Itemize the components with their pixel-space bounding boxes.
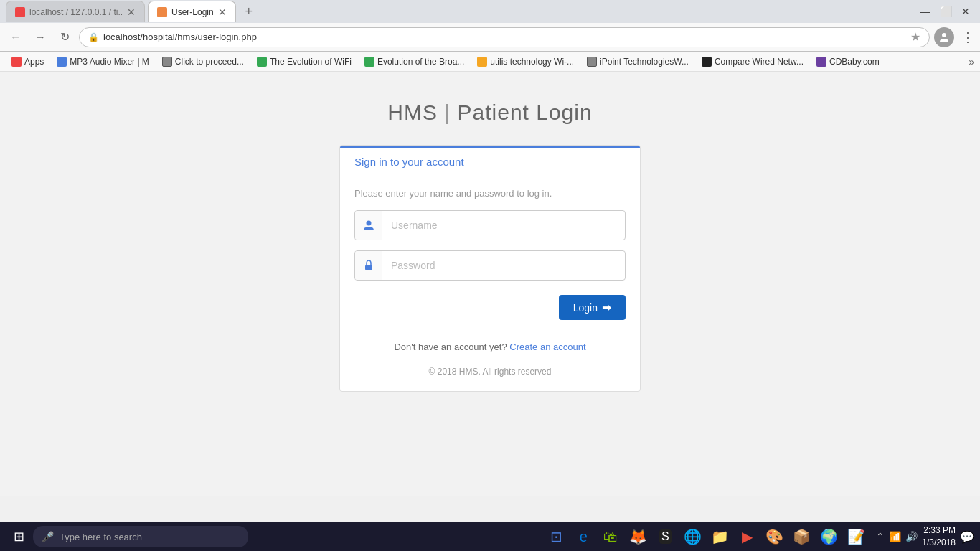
bookmark-star-icon[interactable]: ★ xyxy=(910,30,920,44)
new-tab-button[interactable]: + xyxy=(239,1,259,22)
taskbar-search[interactable]: 🎤 Type here to search xyxy=(33,526,248,547)
window-controls: — ⬜ ✕ xyxy=(917,3,974,20)
tab1-title: localhost / 127.0.0.1 / ti... xyxy=(29,7,123,17)
browser-chrome: localhost / 127.0.0.1 / ti... ✕ User-Log… xyxy=(0,0,980,72)
browser-tab-2[interactable]: User-Login ✕ xyxy=(148,1,236,22)
url-bar[interactable]: 🔒 localhost/hospital/hms/user-login.php … xyxy=(79,27,930,47)
title-bar: localhost / 127.0.0.1 / ti... ✕ User-Log… xyxy=(0,0,980,23)
bookmark-cdbaby-label: CDBaby.com xyxy=(829,57,880,67)
bookmark-ipoint[interactable]: iPoint TechnologiesW... xyxy=(581,54,694,70)
taskbar-edge[interactable]: e xyxy=(570,524,596,550)
volume-icon[interactable]: 🔊 xyxy=(905,531,918,542)
login-arrow-icon: ➡ xyxy=(602,301,611,314)
taskbar: ⊞ 🎤 Type here to search ⊡ e 🛍 🦊 S 🌐 📁 ▶ … xyxy=(0,522,980,551)
minimize-button[interactable]: — xyxy=(917,3,934,20)
orange-app-icon: 📦 xyxy=(793,528,811,545)
bookmark-mp3[interactable]: MP3 Audio Mixer | M xyxy=(51,54,154,70)
clock-time: 2:33 PM xyxy=(922,524,956,537)
bookmark-apps[interactable]: Apps xyxy=(6,54,50,70)
bookmark-ipoint-favicon xyxy=(587,57,597,67)
profile-icon[interactable] xyxy=(934,27,954,47)
bookmarks-bar: Apps MP3 Audio Mixer | M Click to procee… xyxy=(0,52,980,72)
bookmark-ipoint-label: iPoint TechnologiesW... xyxy=(600,57,689,67)
footer-content: © 2018 HMS. All rights reserved xyxy=(429,367,552,377)
refresh-button[interactable]: ↻ xyxy=(55,27,75,47)
forward-button[interactable]: → xyxy=(30,27,50,47)
network-icon[interactable]: 📶 xyxy=(889,531,901,542)
notification-icon[interactable]: 💬 xyxy=(960,530,974,544)
colorful-app-icon: 🎨 xyxy=(765,528,783,545)
page-title: HMS | Patient Login xyxy=(387,100,592,125)
close-button[interactable]: ✕ xyxy=(957,3,974,20)
start-button[interactable]: ⊞ xyxy=(6,524,32,550)
store-icon: 🛍 xyxy=(603,529,618,545)
taskbar-task-view[interactable]: ⊡ xyxy=(543,524,569,550)
bookmark-utilis[interactable]: utilis technology Wi-... xyxy=(471,54,580,70)
bookmark-compare-favicon xyxy=(702,57,712,67)
bookmark-cdbaby[interactable]: CDBaby.com xyxy=(811,54,885,70)
tab2-close[interactable]: ✕ xyxy=(218,6,227,18)
bookmark-apps-favicon xyxy=(11,57,22,67)
taskbar-search-placeholder: Type here to search xyxy=(60,532,142,542)
bookmark-compare-label: Compare Wired Netw... xyxy=(715,57,804,67)
username-input[interactable] xyxy=(382,211,625,240)
browser-menu-icon[interactable]: ⋮ xyxy=(961,29,974,45)
chrome-icon: 🌐 xyxy=(684,528,702,545)
show-hidden-icon[interactable]: ⌃ xyxy=(876,531,885,542)
globe-icon: 🌍 xyxy=(820,528,838,545)
username-input-group xyxy=(354,210,626,240)
bookmark-cdbaby-favicon xyxy=(816,57,826,67)
login-actions: Login ➡ xyxy=(354,291,626,320)
bookmark-wifi1-favicon xyxy=(257,57,267,67)
bookmarks-more-icon[interactable]: » xyxy=(969,56,974,67)
tab1-close[interactable]: ✕ xyxy=(127,6,136,18)
page-content: HMS | Patient Login Sign in to your acco… xyxy=(0,72,980,496)
search-microphone-icon: 🎤 xyxy=(42,531,54,542)
password-input[interactable] xyxy=(382,251,625,280)
taskbar-file-explorer[interactable]: 📁 xyxy=(707,524,732,550)
lock-input-icon xyxy=(355,251,382,280)
bookmark-evol[interactable]: Evolution of the Broa... xyxy=(359,54,470,70)
sign-in-label: Sign in to your account xyxy=(354,156,464,168)
browser-tab-1[interactable]: localhost / 127.0.0.1 / ti... ✕ xyxy=(6,1,145,22)
bookmark-compare[interactable]: Compare Wired Netw... xyxy=(696,54,809,70)
notes-icon: 📝 xyxy=(847,528,865,545)
url-text: localhost/hospital/hms/user-login.php xyxy=(103,32,906,42)
superhuman-icon: S xyxy=(659,529,672,544)
taskbar-notes[interactable]: 📝 xyxy=(843,524,869,550)
address-bar: ← → ↻ 🔒 localhost/hospital/hms/user-logi… xyxy=(0,23,980,52)
bookmark-evol-favicon xyxy=(364,57,374,67)
bookmark-click-label: Click to proceed... xyxy=(175,57,244,67)
bookmark-mp3-favicon xyxy=(57,57,67,67)
taskbar-store[interactable]: 🛍 xyxy=(598,524,623,550)
system-tray: ⌃ 📶 🔊 2:33 PM 1/3/2018 💬 xyxy=(876,524,974,549)
bookmark-click[interactable]: Click to proceed... xyxy=(156,54,250,70)
taskbar-media[interactable]: ▶ xyxy=(734,524,760,550)
taskbar-superhuman[interactable]: S xyxy=(652,524,678,550)
taskbar-globe[interactable]: 🌍 xyxy=(816,524,842,550)
bookmark-apps-label: Apps xyxy=(24,57,44,67)
media-player-icon: ▶ xyxy=(742,528,753,545)
taskbar-colorful[interactable]: 🎨 xyxy=(761,524,787,550)
login-header: Sign in to your account xyxy=(340,146,640,176)
login-button-label: Login xyxy=(573,302,598,314)
firefox-icon: 🦊 xyxy=(629,528,647,545)
create-account-link[interactable]: Create an account xyxy=(509,342,585,352)
back-button[interactable]: ← xyxy=(6,27,26,47)
footer-text: © 2018 HMS. All rights reserved xyxy=(340,367,640,377)
login-button[interactable]: Login ➡ xyxy=(559,295,626,320)
bookmark-utilis-label: utilis technology Wi-... xyxy=(490,57,574,67)
maximize-button[interactable]: ⬜ xyxy=(937,3,954,20)
tab1-favicon xyxy=(15,7,25,17)
create-account-row: Don't have an account yet? Create an acc… xyxy=(340,331,640,352)
taskbar-orange-app[interactable]: 📦 xyxy=(788,524,814,550)
tab2-favicon xyxy=(157,7,167,17)
bookmark-mp3-label: MP3 Audio Mixer | M xyxy=(70,57,149,67)
bookmark-wifi1-label: The Evolution of WiFi xyxy=(270,57,352,67)
bookmark-utilis-favicon xyxy=(477,57,487,67)
svg-point-0 xyxy=(942,33,946,37)
system-clock[interactable]: 2:33 PM 1/3/2018 xyxy=(922,524,956,549)
taskbar-firefox[interactable]: 🦊 xyxy=(625,524,651,550)
taskbar-chrome[interactable]: 🌐 xyxy=(679,524,705,550)
bookmark-wifi1[interactable]: The Evolution of WiFi xyxy=(251,54,357,70)
